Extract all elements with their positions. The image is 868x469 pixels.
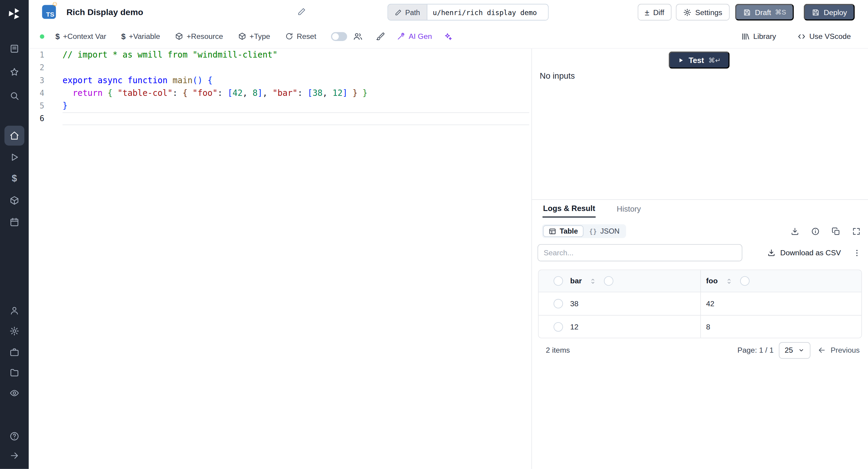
table-row[interactable]: 128 [538,315,861,338]
multiplayer-toggle[interactable] [331,32,347,41]
sidebar-item-audit-logs[interactable] [4,383,24,403]
download-csv-button[interactable]: Download as CSV [768,249,841,257]
add-variable-button[interactable]: $ +Variable [121,32,160,41]
wand-icon [397,32,405,41]
code-editor[interactable]: 123456 // import * as wmill from "windmi… [29,49,532,469]
sort-icon[interactable] [589,277,597,285]
sidebar-item-home[interactable] [4,126,24,146]
column-checkbox[interactable] [604,276,613,286]
add-type-button[interactable]: +Type [238,32,270,41]
multiplayer-users-button[interactable] [353,32,363,41]
sidebar-item-schedules[interactable] [4,212,24,232]
editor-toolbar: $ +Context Var $ +Variable +Resource +Ty… [29,24,868,49]
copy-icon[interactable] [832,227,840,236]
ai-gen-button[interactable]: AI Gen [397,32,432,41]
sidebar-item-resources[interactable] [4,190,24,210]
path-input[interactable] [427,4,548,20]
settings-button[interactable]: Settings [676,4,730,21]
download-result-icon[interactable] [790,227,799,236]
page-size-select[interactable]: 25 [779,342,811,358]
previous-page-button[interactable]: Previous [818,346,860,354]
diff-button[interactable]: ± Diff [638,4,671,21]
windmill-logo[interactable] [7,7,22,21]
sidebar-item-runs[interactable] [4,147,24,167]
user-icon [9,306,19,316]
result-actions [790,227,861,236]
library-button[interactable]: Library [741,32,776,41]
reset-button[interactable]: Reset [285,32,316,41]
no-inputs-text: No inputs [540,71,575,80]
sidebar-item-apps[interactable] [4,39,24,59]
code-line[interactable]: return { "table-col": { "foo": [42, 8], … [63,87,529,99]
ai-suggestions-button[interactable] [444,32,453,41]
edit-path-button[interactable]: Path [388,4,427,20]
draft-shortcut: ⌘S [775,8,786,16]
chevron-down-icon [798,347,805,354]
code-line[interactable]: // import * as wmill from "windmill-clie… [63,49,529,61]
row-checkbox[interactable] [554,322,563,331]
sidebar-item-variables[interactable]: $ [4,169,24,189]
code-line[interactable] [63,113,529,125]
add-context-var-button[interactable]: $ +Context Var [56,32,106,41]
edit-summary-button[interactable] [297,7,306,19]
result-view-row: Table {} JSON [532,224,868,238]
code-content[interactable]: // import * as wmill from "windmill-clie… [63,49,529,125]
users-icon [353,32,363,41]
result-panel: Logs & Result History Table {} JSON [532,200,868,469]
format-code-button[interactable] [376,32,385,41]
pencil-icon [297,7,306,16]
sidebar-item-settings[interactable] [4,321,24,341]
download-icon [768,249,776,257]
line-number: 6 [29,113,53,125]
code-line[interactable]: } [63,100,529,113]
line-number: 2 [29,61,53,74]
row-checkbox[interactable] [554,299,563,308]
calendar-icon [9,217,19,227]
brush-icon [376,32,385,41]
add-resource-button[interactable]: +Resource [175,32,223,41]
select-all-checkbox[interactable] [554,276,563,286]
sidebar-item-favorites[interactable] [4,62,24,82]
settings-label: Settings [695,8,722,17]
sidebar-item-search[interactable] [4,86,24,106]
briefcase-icon [9,347,19,357]
deploy-label: Deploy [824,8,847,17]
test-label: Test [689,56,704,64]
test-button[interactable]: Test ⌘↵ [669,52,730,69]
sidebar-item-folders[interactable] [4,363,24,382]
line-number: 4 [29,87,53,99]
sidebar-item-workers[interactable] [4,342,24,362]
use-vscode-button[interactable]: Use VScode [797,32,851,41]
sort-icon[interactable] [725,277,733,285]
sidebar-item-help[interactable] [4,426,24,446]
view-table-button[interactable]: Table [543,225,584,237]
gear-icon [9,326,19,336]
view-toggle: Table {} JSON [542,224,626,238]
cell-value: 38 [570,300,579,308]
page-indicator: Page: 1 / 1 [738,346,774,354]
code-line[interactable] [63,61,529,74]
expand-icon[interactable] [852,227,861,236]
column-checkbox[interactable] [740,276,749,286]
code-line[interactable]: export async function main() { [63,74,529,87]
path-label: Path [405,8,420,17]
sidebar-item-users[interactable] [4,301,24,320]
search-input[interactable] [537,244,742,261]
deploy-button[interactable]: Deploy [804,4,855,21]
table-header: bar foo [538,270,861,292]
table-menu-button[interactable] [852,248,861,257]
tab-logs-result[interactable]: Logs & Result [542,200,596,218]
info-icon[interactable] [811,227,820,236]
sync-status-dot [40,34,44,39]
line-number: 3 [29,74,53,87]
table-row[interactable]: 3842 [538,292,861,315]
tab-history[interactable]: History [616,200,642,218]
plus-minus-icon: ± [645,8,649,17]
view-json-button[interactable]: {} JSON [584,225,625,237]
column-label: bar [570,277,582,285]
sidebar-expand-button[interactable] [4,446,24,466]
test-shortcut: ⌘↵ [709,56,721,64]
cell-value: 12 [570,322,579,331]
dollar-icon: $ [121,32,125,41]
draft-button[interactable]: Draft ⌘S [735,4,794,21]
